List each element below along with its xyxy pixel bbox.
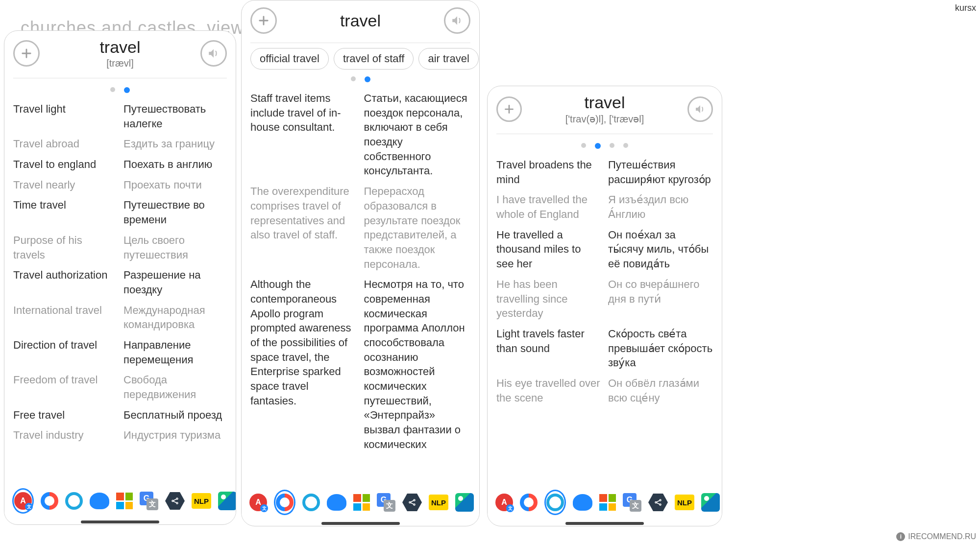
speak-button[interactable] (687, 96, 713, 122)
translation-row[interactable]: Staff travel items include travel of in-… (250, 88, 470, 181)
page-dot[interactable] (365, 76, 370, 82)
word-title: travel (277, 11, 444, 30)
info-icon: i (896, 532, 905, 541)
translation-row[interactable]: Travel nearlyПроехать почти (13, 175, 227, 195)
home-indicator (565, 522, 644, 525)
translation-row[interactable]: Purpose of his travelsЦель своего путеше… (13, 230, 227, 265)
parrot-icon[interactable] (701, 492, 720, 513)
nlp-icon[interactable]: NLP (192, 490, 211, 512)
source-text: Travel to england (13, 157, 117, 172)
translation-text: Он обвёл глаза́ми всю сце́ну (608, 376, 713, 405)
translation-row[interactable]: Travel authorizationРазрешение на поездк… (13, 265, 227, 300)
cloud-icon[interactable] (90, 490, 109, 512)
ring-icon[interactable] (65, 490, 83, 512)
translation-row[interactable]: The overexpenditure comprises travel of … (250, 181, 470, 274)
translation-row[interactable]: Time travelПутешествие во времени (13, 195, 227, 230)
example-list[interactable]: Travel broadens the mindПутеше́ствия рас… (488, 155, 722, 526)
context-chip[interactable]: travel of staff (334, 48, 414, 70)
page-dot[interactable] (610, 143, 614, 148)
source-text: Travel industry (13, 428, 117, 443)
translation-row[interactable]: Travel industryИндустрия туризма (13, 425, 227, 446)
google-translate-icon[interactable]: G文 (623, 492, 641, 513)
translation-row[interactable]: He travelled a thousand miles to see her… (496, 225, 713, 274)
phrase-list[interactable]: Travel lightПутешествовать налегкеTravel… (4, 99, 236, 524)
translation-text: Международная командировка (123, 303, 227, 332)
page-dots (488, 139, 722, 155)
add-button[interactable] (250, 7, 277, 34)
translator-a-icon[interactable]: A文 (12, 488, 34, 514)
source-text: The overexpenditure comprises travel of … (250, 184, 357, 271)
microsoft-icon[interactable] (599, 492, 616, 513)
translation-text: Бесплатный проезд (123, 408, 227, 423)
parrot-icon[interactable] (218, 490, 236, 512)
translation-text: Путешествовать налегке (123, 102, 227, 131)
source-text: Time travel (13, 198, 117, 227)
hex-share-icon[interactable] (165, 490, 185, 512)
translation-row[interactable]: Travel abroadЕздить за границу (13, 134, 227, 154)
translation-row[interactable]: His eye travelled over the sceneОн обвёл… (496, 373, 713, 408)
translation-row[interactable]: Travel lightПутешествовать налегке (13, 99, 227, 134)
ring-icon[interactable] (302, 492, 320, 513)
microsoft-icon[interactable] (116, 490, 133, 512)
translation-row[interactable]: Direction of travelНаправление перемещен… (13, 335, 227, 370)
ring-icon[interactable] (544, 490, 566, 515)
svg-point-6 (655, 502, 657, 503)
google-translate-icon[interactable]: G文 (377, 492, 395, 513)
add-button[interactable] (496, 96, 522, 122)
translation-text: Он пое́хал за ты́сячу миль, что́бы её по… (608, 228, 713, 271)
translation-text: Цель своего путешествия (123, 233, 227, 262)
watermark-top: kursx (955, 3, 976, 13)
translation-row[interactable]: Travel to englandПоехать в англию (13, 154, 227, 175)
source-text: Freedom of travel (13, 373, 117, 402)
panel-examples: travel ['trav(ə)l], ['trævəl] Travel bro… (487, 86, 722, 526)
translation-row[interactable]: Light travels faster than soundСко́рость… (496, 324, 713, 373)
google-translate-icon[interactable]: G文 (140, 490, 158, 512)
parrot-icon[interactable] (455, 492, 474, 513)
svg-point-7 (660, 499, 661, 501)
context-chip[interactable]: air travel (418, 48, 478, 70)
page-dot[interactable] (351, 76, 356, 81)
swirl-icon[interactable] (520, 492, 538, 513)
translation-row[interactable]: He has been travelling since yesterdayОн… (496, 274, 713, 324)
svg-point-4 (414, 499, 415, 501)
hex-share-icon[interactable] (648, 492, 668, 513)
svg-point-3 (409, 502, 411, 503)
translator-a-icon[interactable]: A文 (495, 492, 513, 513)
translation-row[interactable]: Although the contemporaneous Apollo prog… (250, 274, 470, 454)
sentence-list[interactable]: Staff travel items include travel of in-… (242, 88, 479, 526)
translation-text: Он со вчера́шнего дня в пути́ (608, 277, 713, 321)
page-dot[interactable] (623, 143, 628, 148)
cloud-icon[interactable] (327, 492, 346, 513)
translation-row[interactable]: Freedom of travelСвобода передвижения (13, 370, 227, 404)
hex-share-icon[interactable] (402, 492, 422, 513)
translation-row[interactable]: International travelМеждународная команд… (13, 300, 227, 335)
translation-row[interactable]: I have travelled the whole of EnglandЯ и… (496, 189, 713, 224)
source-text: Staff travel items include travel of in-… (250, 91, 357, 178)
word-ipa: [trævl] (40, 58, 200, 69)
swirl-icon[interactable] (41, 490, 58, 512)
page-dot[interactable] (595, 143, 601, 149)
translation-text: Свобода передвижения (123, 373, 227, 402)
translation-row[interactable]: Free travelБесплатный проезд (13, 405, 227, 426)
source-text: He travelled a thousand miles to see her (496, 228, 601, 271)
home-indicator (321, 522, 400, 525)
translation-text: Статьи, касающиеся поездок персонала, вк… (364, 91, 471, 178)
nlp-icon[interactable]: NLP (675, 492, 694, 513)
cloud-icon[interactable] (573, 492, 592, 513)
speak-button[interactable] (200, 40, 227, 67)
context-chip[interactable]: official travel (250, 48, 329, 70)
page-dot[interactable] (124, 87, 130, 93)
translation-text: Несмотря на то, что современная космичес… (364, 277, 471, 451)
speak-button[interactable] (444, 7, 470, 34)
page-dots (4, 83, 236, 99)
translator-a-icon[interactable]: A文 (249, 492, 267, 513)
svg-point-8 (660, 504, 661, 505)
swirl-icon[interactable] (274, 490, 295, 515)
add-button[interactable] (13, 40, 40, 67)
microsoft-icon[interactable] (353, 492, 370, 513)
page-dot[interactable] (581, 143, 586, 148)
translation-row[interactable]: Travel broadens the mindПутеше́ствия рас… (496, 155, 713, 189)
page-dot[interactable] (110, 87, 115, 92)
translator-dock: A文G文NLP (4, 485, 236, 520)
nlp-icon[interactable]: NLP (429, 492, 448, 513)
